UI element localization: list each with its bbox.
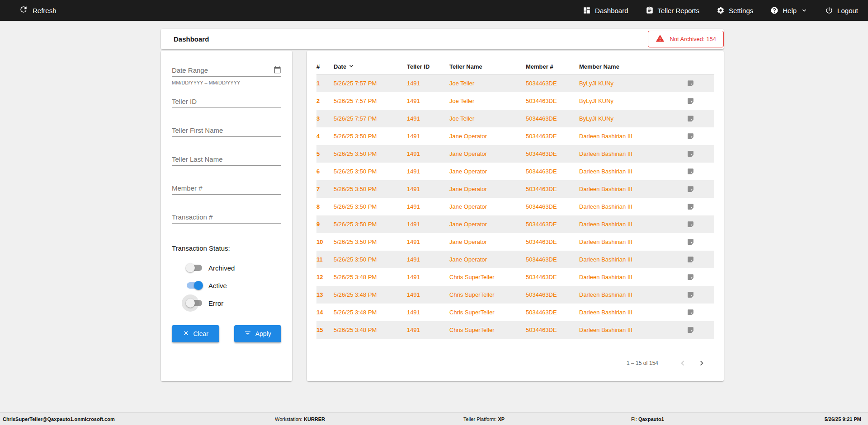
nav-dashboard-label: Dashboard [595, 7, 628, 14]
note-icon[interactable] [687, 97, 694, 105]
row-number: 12 [316, 274, 334, 280]
warning-triangle-icon [656, 34, 665, 44]
row-date: 5/26/25 3:50 PM [334, 221, 407, 228]
table-header-row: # Date Teller ID Teller Name Member # Me… [316, 59, 714, 75]
row-teller-id: 1491 [407, 291, 449, 298]
note-icon[interactable] [687, 150, 694, 158]
row-teller-name: Chris SuperTeller [449, 327, 526, 333]
row-date: 5/26/25 3:50 PM [334, 168, 407, 175]
calendar-icon[interactable] [274, 66, 281, 75]
nav-logout[interactable]: Logout [825, 6, 858, 14]
teller-last-name-input[interactable] [172, 153, 281, 166]
row-date: 5/26/25 3:50 PM [334, 186, 407, 192]
row-member-number: 5034463DE [526, 221, 579, 228]
note-icon[interactable] [687, 326, 694, 334]
next-page-button[interactable] [696, 358, 707, 369]
nav-settings[interactable]: Settings [717, 6, 753, 14]
col-number: # [316, 63, 334, 70]
table-row[interactable]: 11 5/26/25 3:50 PM 1491 Jane Operator 50… [316, 251, 714, 268]
table-row[interactable]: 15 5/26/25 3:48 PM 1491 Chris SuperTelle… [316, 321, 714, 339]
row-date: 5/26/25 3:48 PM [334, 327, 407, 333]
filter-panel: MM/DD/YYYY – MM/DD/YYYY Transaction Stat… [161, 51, 292, 381]
teller-id-input[interactable] [172, 95, 281, 108]
row-member-name: Darleen Bashirian III [579, 291, 687, 298]
note-icon[interactable] [687, 115, 694, 122]
note-icon[interactable] [687, 220, 694, 228]
row-member-name: Darleen Bashirian III [579, 238, 687, 245]
note-icon[interactable] [687, 291, 694, 299]
row-member-number: 5034463DE [526, 80, 579, 87]
row-teller-id: 1491 [407, 238, 449, 245]
col-member-name: Member Name [579, 63, 687, 70]
note-icon[interactable] [687, 273, 694, 281]
row-teller-name: Jane Operator [449, 168, 526, 175]
table-row[interactable]: 9 5/26/25 3:50 PM 1491 Jane Operator 503… [316, 215, 714, 233]
row-number: 9 [316, 221, 334, 228]
date-range-input[interactable] [172, 64, 281, 77]
previous-page-button[interactable] [677, 358, 688, 369]
transaction-number-field [172, 211, 281, 224]
status-bar: ChrisSuperTeller@Qaxpauto1.onmicrosoft.c… [0, 412, 868, 425]
error-toggle[interactable] [187, 300, 202, 306]
filter-lines-icon [244, 330, 251, 338]
note-icon[interactable] [687, 79, 694, 87]
teller-first-name-input[interactable] [172, 124, 281, 137]
row-member-number: 5034463DE [526, 115, 579, 122]
table-row[interactable]: 2 5/26/25 7:57 PM 1491 Joe Teller 503446… [316, 92, 714, 110]
clear-button[interactable]: Clear [172, 325, 219, 342]
row-number: 8 [316, 203, 334, 210]
row-number: 14 [316, 309, 334, 316]
row-teller-name: Jane Operator [449, 256, 526, 263]
member-number-input[interactable] [172, 182, 281, 195]
table-row[interactable]: 14 5/26/25 3:48 PM 1491 Chris SuperTelle… [316, 304, 714, 321]
table-row[interactable]: 13 5/26/25 3:48 PM 1491 Chris SuperTelle… [316, 286, 714, 304]
table-row[interactable]: 4 5/26/25 3:50 PM 1491 Jane Operator 503… [316, 127, 714, 145]
row-teller-id: 1491 [407, 186, 449, 192]
active-toggle[interactable] [187, 282, 202, 289]
table-row[interactable]: 7 5/26/25 3:50 PM 1491 Jane Operator 503… [316, 180, 714, 198]
table-row[interactable]: 3 5/26/25 7:57 PM 1491 Joe Teller 503446… [316, 110, 714, 127]
apply-button[interactable]: Apply [234, 325, 282, 342]
table-row[interactable]: 10 5/26/25 3:50 PM 1491 Jane Operator 50… [316, 233, 714, 251]
dashboard-grid-icon [583, 6, 591, 14]
table-row[interactable]: 5 5/26/25 3:50 PM 1491 Jane Operator 503… [316, 145, 714, 163]
not-archived-badge[interactable]: Not Archived: 154 [648, 31, 724, 47]
row-date: 5/26/25 7:57 PM [334, 80, 407, 87]
row-date: 5/26/25 7:57 PM [334, 98, 407, 104]
nav-dashboard[interactable]: Dashboard [583, 6, 628, 14]
note-icon[interactable] [687, 256, 694, 263]
nav-help[interactable]: Help [770, 6, 808, 14]
nav-teller-reports[interactable]: Teller Reports [646, 6, 700, 14]
row-teller-id: 1491 [407, 221, 449, 228]
table-row[interactable]: 12 5/26/25 3:48 PM 1491 Chris SuperTelle… [316, 268, 714, 286]
row-member-name: Darleen Bashirian III [579, 133, 687, 140]
row-date: 5/26/25 3:48 PM [334, 309, 407, 316]
table-row[interactable]: 8 5/26/25 3:50 PM 1491 Jane Operator 503… [316, 198, 714, 215]
row-date: 5/26/25 3:50 PM [334, 256, 407, 263]
row-member-name: ByLyJI KUNy [579, 80, 687, 87]
col-teller-id: Teller ID [407, 63, 449, 70]
col-date[interactable]: Date [334, 62, 407, 71]
date-range-format-hint: MM/DD/YYYY – MM/DD/YYYY [172, 80, 281, 85]
row-teller-name: Chris SuperTeller [449, 291, 526, 298]
note-icon[interactable] [687, 238, 694, 246]
teller-first-name-field [172, 124, 281, 137]
note-icon[interactable] [687, 203, 694, 210]
table-row[interactable]: 6 5/26/25 3:50 PM 1491 Jane Operator 503… [316, 163, 714, 180]
transaction-number-input[interactable] [172, 211, 281, 224]
row-member-number: 5034463DE [526, 291, 579, 298]
row-teller-id: 1491 [407, 80, 449, 87]
note-icon[interactable] [687, 308, 694, 316]
active-toggle-label: Active [208, 282, 227, 290]
row-member-number: 5034463DE [526, 98, 579, 104]
row-teller-id: 1491 [407, 309, 449, 316]
archived-toggle[interactable] [187, 265, 202, 271]
note-icon[interactable] [687, 132, 694, 140]
row-teller-name: Jane Operator [449, 221, 526, 228]
note-icon[interactable] [687, 168, 694, 175]
row-member-number: 5034463DE [526, 150, 579, 157]
toggle-row-active: Active [187, 280, 281, 290]
refresh-button[interactable]: Refresh [0, 5, 57, 16]
table-row[interactable]: 1 5/26/25 7:57 PM 1491 Joe Teller 503446… [316, 75, 714, 92]
note-icon[interactable] [687, 185, 694, 193]
